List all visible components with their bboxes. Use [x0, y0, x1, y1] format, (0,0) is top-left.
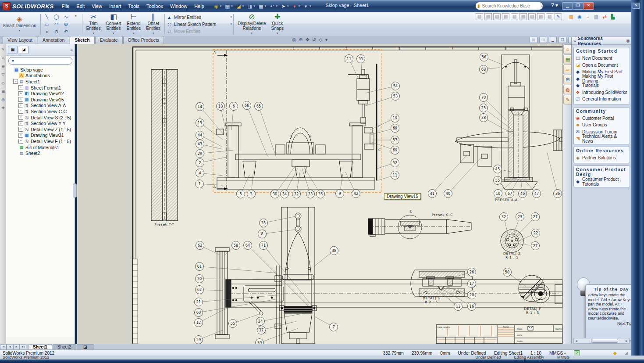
balloon-40[interactable]: 40 — [444, 190, 452, 198]
balloon-68[interactable]: 68 — [480, 65, 488, 74]
balloon-46[interactable]: 46 — [519, 190, 527, 198]
view-presek-y-y[interactable] — [151, 69, 178, 221]
tree-expander[interactable]: + — [18, 109, 23, 114]
balloon-15[interactable]: 15 — [196, 119, 204, 127]
more-options-icon[interactable]: ▾▾ — [302, 3, 312, 10]
help-icon[interactable]: ? ▾ — [551, 2, 558, 8]
pushpin-icon[interactable]: ◉ — [626, 38, 630, 43]
tree-item-drawing-view15[interactable]: +▩Drawing View15 — [7, 97, 75, 103]
tab-sketch[interactable]: Sketch — [70, 36, 94, 44]
annotation-tool-icon[interactable]: ✚ — [1, 106, 5, 110]
balloon-50[interactable]: 50 — [503, 268, 512, 277]
balloon-55[interactable]: 55 — [494, 176, 502, 185]
undo-icon[interactable]: ↶▾ — [268, 3, 278, 10]
view-orientation-icon[interactable]: ▧ — [546, 13, 553, 20]
sketch-entity-icon[interactable]: ⊘ — [61, 21, 71, 28]
balloon-5[interactable]: 5 — [237, 190, 245, 198]
search-input[interactable] — [481, 3, 541, 9]
view-orientation-icon[interactable]: ▧ — [484, 13, 492, 20]
sketch-pen-icon[interactable]: ✎ — [555, 13, 562, 20]
balloon-10[interactable]: 10 — [494, 190, 502, 198]
balloon-3[interactable]: 3 — [247, 190, 256, 198]
tree-item-detail-view-f-1-5-[interactable]: +ⒶDetail View F (1 : 5) — [7, 138, 75, 144]
balloon-69[interactable]: 69 — [391, 124, 399, 133]
tree-item-section-view-y-y[interactable]: +⇅Section View Y-Y — [7, 120, 75, 126]
tree-item-section-view-a-a[interactable]: +⇅Section View A-A — [7, 103, 75, 109]
move-entities-button[interactable]: ⇄Move Entities — [166, 28, 232, 35]
balloon-20[interactable]: 20 — [468, 291, 476, 299]
tree-expander[interactable]: - — [13, 79, 18, 84]
balloon-7[interactable]: 7 — [330, 323, 338, 331]
menu-edit[interactable]: Edit — [73, 3, 88, 10]
linear-sketch-pattern-button[interactable]: ∷Linear Sketch Pattern▾ — [166, 21, 232, 28]
balloon-55[interactable]: 55 — [357, 55, 365, 63]
tree-expander[interactable]: + — [18, 133, 23, 138]
balloon-58[interactable]: 58 — [232, 241, 240, 250]
balloon-57[interactable]: 57 — [391, 136, 399, 144]
tools-icon[interactable]: ≡ — [584, 14, 591, 20]
balloon-44[interactable]: 44 — [196, 131, 204, 140]
menu-toolbox[interactable]: Toolbox — [143, 3, 167, 10]
balloon-45[interactable]: 45 — [494, 165, 502, 173]
balloon-41[interactable]: 41 — [428, 190, 437, 198]
balloon-6[interactable]: 6 — [230, 102, 238, 111]
tree-expander[interactable]: + — [18, 139, 23, 144]
save-icon[interactable]: ◨▾ — [246, 3, 256, 10]
balloon-69[interactable]: 69 — [391, 146, 399, 155]
select-pointer-icon[interactable]: ➤▾ — [279, 3, 290, 10]
balloon-36[interactable]: 36 — [554, 190, 562, 198]
search-icon[interactable]: ⌕▾ — [541, 4, 545, 9]
tools-icon[interactable]: ▦ — [593, 14, 600, 20]
balloon-42[interactable]: 42 — [352, 190, 360, 198]
balloon-32[interactable]: 32 — [292, 190, 301, 198]
smart-dimension-button[interactable]: ◈ Smart Dimension▾ — [0, 12, 39, 36]
tools-icon[interactable]: ▙ — [609, 14, 616, 20]
view-detalj-z[interactable] — [501, 230, 523, 252]
panel-expand-icon[interactable]: » — [70, 47, 73, 52]
link-new-document[interactable]: ▤New Document — [575, 55, 628, 62]
balloon-25[interactable]: 25 — [480, 104, 488, 112]
menu-window[interactable]: Window — [167, 3, 191, 10]
balloon-27[interactable]: 27 — [531, 213, 540, 221]
sketch-entity-icon[interactable]: ◖ — [42, 28, 52, 36]
balloon-43[interactable]: 43 — [196, 140, 204, 148]
attach-device-icon[interactable]: ♦▾ — [290, 3, 301, 10]
sketch-entity-icon[interactable]: ◯ — [52, 13, 61, 21]
panel-splitter[interactable] — [73, 183, 77, 198]
menu-view[interactable]: View — [88, 3, 106, 10]
tree-item-detail-view-z-1-5-[interactable]: +ⒶDetail View Z (1 : 5) — [7, 126, 75, 133]
sketch-entity-icon[interactable]: ◠ — [52, 21, 61, 28]
tree-expander[interactable]: + — [18, 121, 23, 126]
balloon-35[interactable]: 35 — [317, 190, 325, 198]
view-orientation-icon[interactable]: ▧ — [502, 13, 509, 20]
annotation-tool-icon[interactable]: ▽ — [2, 72, 5, 77]
annotation-tool-icon[interactable]: A — [2, 56, 4, 60]
view-palette-tab[interactable]: ⊞ — [563, 75, 572, 84]
balloon-47[interactable]: 47 — [533, 190, 541, 198]
graphics-area[interactable]: 12345 — [77, 44, 562, 344]
balloon-34[interactable]: 34 — [281, 190, 289, 198]
sketch-entity-icon[interactable]: ▭ — [42, 21, 52, 28]
collapse-icon[interactable]: « — [573, 38, 576, 43]
balloon-33[interactable]: 33 — [306, 190, 315, 198]
solidworks-resources-tab[interactable]: ⌂ — [563, 44, 572, 54]
balloon-28[interactable]: 28 — [480, 114, 488, 122]
link-user-groups[interactable]: ☻User Groups — [575, 122, 628, 129]
zoom-area-icon[interactable]: ⊕ — [299, 37, 303, 43]
balloon-32[interactable]: 32 — [500, 213, 508, 221]
open-document-icon[interactable]: ◪▾ — [235, 3, 245, 10]
tools-icon[interactable]: ⇄ — [601, 14, 608, 20]
balloon-18[interactable]: 18 — [217, 102, 225, 111]
tree-expander[interactable]: + — [18, 103, 23, 108]
search-box[interactable]: ▮ ⌕▾ — [475, 2, 543, 10]
tab-office-products[interactable]: Office Products — [123, 36, 164, 44]
doc-restore-button[interactable]: ❐ — [559, 37, 566, 43]
minimize-button[interactable]: ▁ — [562, 2, 573, 10]
balloon-62[interactable]: 62 — [196, 286, 204, 294]
annotation-tool-icon[interactable]: ⊞ — [1, 89, 5, 93]
link-making-my-first-drawing[interactable]: ◆Making My First Drawing — [575, 75, 628, 83]
tree-item-sheet2[interactable]: ▤Sheet2 — [7, 150, 75, 156]
link-introducing-solidworks[interactable]: ❖Introducing SolidWorks — [575, 89, 628, 96]
tree-item-sheet-format1[interactable]: +▥Sheet Format1 — [7, 85, 75, 91]
quick-tips-icon[interactable]: ? — [574, 350, 580, 356]
